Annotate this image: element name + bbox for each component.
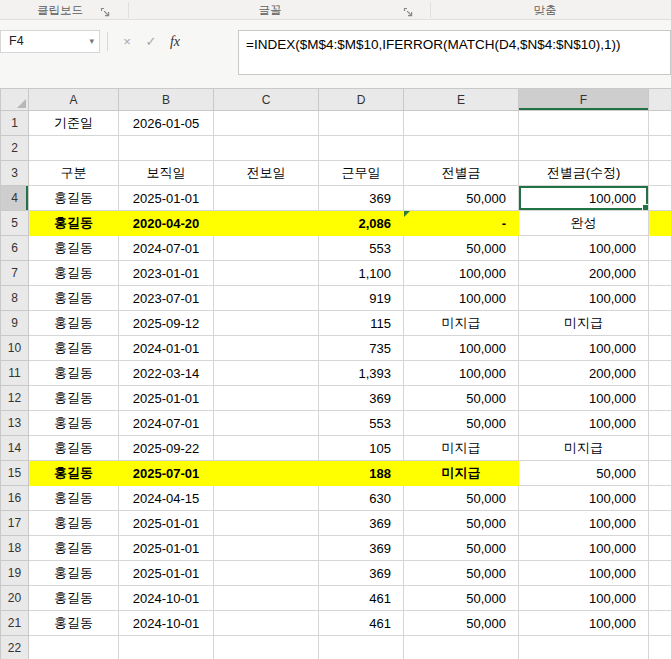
row-header-22[interactable]: 22 — [1, 636, 29, 659]
cell-G11[interactable] — [649, 361, 671, 386]
cell-C3[interactable]: 전보일 — [214, 161, 319, 186]
cell-E3[interactable]: 전별금 — [404, 161, 519, 186]
row-header-4[interactable]: 4 — [1, 186, 29, 211]
cell-A15[interactable]: 홍길동 — [29, 461, 119, 486]
cell-D12[interactable]: 369 — [319, 386, 404, 411]
row-header-10[interactable]: 10 — [1, 336, 29, 361]
cell-A7[interactable]: 홍길동 — [29, 261, 119, 286]
cell-C4[interactable] — [214, 186, 319, 211]
cell-E5[interactable]: - — [404, 211, 519, 236]
cell-B14[interactable]: 2025-09-22 — [119, 436, 214, 461]
column-header-G[interactable] — [649, 89, 671, 111]
row-header-2[interactable]: 2 — [1, 136, 29, 161]
cell-A12[interactable]: 홍길동 — [29, 386, 119, 411]
row-header-7[interactable]: 7 — [1, 261, 29, 286]
cell-B6[interactable]: 2024-07-01 — [119, 236, 214, 261]
row-header-11[interactable]: 11 — [1, 361, 29, 386]
cell-A4[interactable]: 홍길동 — [29, 186, 119, 211]
cell-E4[interactable]: 50,000 — [404, 186, 519, 211]
cell-D1[interactable] — [319, 111, 404, 136]
cell-B2[interactable] — [119, 136, 214, 161]
cell-F22[interactable] — [519, 636, 649, 659]
cell-G6[interactable] — [649, 236, 671, 261]
cell-F9[interactable]: 미지급 — [519, 311, 649, 336]
cell-A5[interactable]: 홍길동 — [29, 211, 119, 236]
cell-A13[interactable]: 홍길동 — [29, 411, 119, 436]
cell-B17[interactable]: 2025-01-01 — [119, 511, 214, 536]
cell-B8[interactable]: 2023-07-01 — [119, 286, 214, 311]
cell-E18[interactable]: 50,000 — [404, 536, 519, 561]
column-header-C[interactable]: C — [214, 89, 319, 111]
row-header-5[interactable]: 5 — [1, 211, 29, 236]
cell-E11[interactable]: 100,000 — [404, 361, 519, 386]
cell-E12[interactable]: 50,000 — [404, 386, 519, 411]
cell-F18[interactable]: 100,000 — [519, 536, 649, 561]
cell-B1[interactable]: 2026-01-05 — [119, 111, 214, 136]
cell-C17[interactable] — [214, 511, 319, 536]
row-header-1[interactable]: 1 — [1, 111, 29, 136]
column-header-D[interactable]: D — [319, 89, 404, 111]
cell-D11[interactable]: 1,393 — [319, 361, 404, 386]
cell-C15[interactable] — [214, 461, 319, 486]
cell-A18[interactable]: 홍길동 — [29, 536, 119, 561]
cell-F15[interactable]: 50,000 — [519, 461, 649, 486]
cell-A17[interactable]: 홍길동 — [29, 511, 119, 536]
cell-E8[interactable]: 100,000 — [404, 286, 519, 311]
cell-F14[interactable]: 미지급 — [519, 436, 649, 461]
cell-F16[interactable]: 100,000 — [519, 486, 649, 511]
cell-C6[interactable] — [214, 236, 319, 261]
cell-D21[interactable]: 461 — [319, 611, 404, 636]
cell-C7[interactable] — [214, 261, 319, 286]
cell-A1[interactable]: 기준일 — [29, 111, 119, 136]
cell-F2[interactable] — [519, 136, 649, 161]
cell-E14[interactable]: 미지급 — [404, 436, 519, 461]
cell-D18[interactable]: 369 — [319, 536, 404, 561]
name-box-dropdown-icon[interactable]: ▾ — [89, 31, 94, 52]
cell-G18[interactable] — [649, 536, 671, 561]
font-dialog-launcher-icon[interactable] — [403, 4, 415, 16]
cell-F7[interactable]: 200,000 — [519, 261, 649, 286]
cell-G21[interactable] — [649, 611, 671, 636]
cell-E10[interactable]: 100,000 — [404, 336, 519, 361]
name-box[interactable]: F4 ▾ — [0, 30, 100, 53]
column-header-B[interactable]: B — [119, 89, 214, 111]
cell-G19[interactable] — [649, 561, 671, 586]
cell-A3[interactable]: 구분 — [29, 161, 119, 186]
cell-E15[interactable]: 미지급 — [404, 461, 519, 486]
clipboard-dialog-launcher-icon[interactable] — [100, 4, 112, 16]
row-header-17[interactable]: 17 — [1, 511, 29, 536]
cell-F11[interactable]: 200,000 — [519, 361, 649, 386]
cell-B9[interactable]: 2025-09-12 — [119, 311, 214, 336]
row-header-20[interactable]: 20 — [1, 586, 29, 611]
enter-check-icon[interactable]: ✓ — [140, 30, 162, 53]
cell-G2[interactable] — [649, 136, 671, 161]
row-header-16[interactable]: 16 — [1, 486, 29, 511]
cell-F3[interactable]: 전별금(수정) — [519, 161, 649, 186]
cell-F17[interactable]: 100,000 — [519, 511, 649, 536]
cell-B3[interactable]: 보직일 — [119, 161, 214, 186]
cell-E6[interactable]: 50,000 — [404, 236, 519, 261]
cell-A22[interactable] — [29, 636, 119, 659]
row-header-21[interactable]: 21 — [1, 611, 29, 636]
cell-C18[interactable] — [214, 536, 319, 561]
cell-D17[interactable]: 369 — [319, 511, 404, 536]
cell-A14[interactable]: 홍길동 — [29, 436, 119, 461]
cell-D4[interactable]: 369 — [319, 186, 404, 211]
cell-G10[interactable] — [649, 336, 671, 361]
cell-C11[interactable] — [214, 361, 319, 386]
cell-C2[interactable] — [214, 136, 319, 161]
row-header-12[interactable]: 12 — [1, 386, 29, 411]
cell-B22[interactable] — [119, 636, 214, 659]
cell-B5[interactable]: 2020-04-20 — [119, 211, 214, 236]
insert-function-icon[interactable]: fx — [164, 30, 186, 53]
cell-E17[interactable]: 50,000 — [404, 511, 519, 536]
row-header-8[interactable]: 8 — [1, 286, 29, 311]
cell-B12[interactable]: 2025-01-01 — [119, 386, 214, 411]
cell-A11[interactable]: 홍길동 — [29, 361, 119, 386]
cell-G7[interactable] — [649, 261, 671, 286]
cell-G1[interactable] — [649, 111, 671, 136]
row-header-19[interactable]: 19 — [1, 561, 29, 586]
cell-G17[interactable] — [649, 511, 671, 536]
cell-C13[interactable] — [214, 411, 319, 436]
cell-D7[interactable]: 1,100 — [319, 261, 404, 286]
